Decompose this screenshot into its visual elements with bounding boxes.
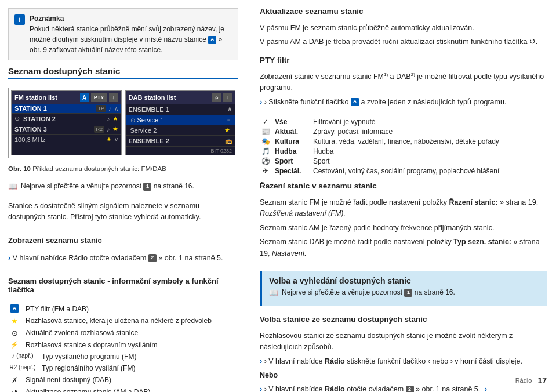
highlight-note-num: 1	[404, 289, 412, 297]
dab-panel-title: DAB station list	[129, 94, 176, 101]
dab-panel-header: DAB station list ⌕ ↓	[126, 91, 235, 104]
fm-station-1-name: STATION 1	[14, 105, 93, 112]
body-text-1: Stanice s dostatečně silným signálem nal…	[8, 201, 238, 227]
pty-row-0: ✓ Vše Filtrování je vypnuté	[260, 118, 547, 126]
fm-panel-title: FM station list	[14, 94, 57, 101]
sorting-title: Řazení stanic v seznamu stanic	[260, 182, 547, 190]
symbol-row-2: ⊙ Aktuálně zvolená rozhlasová stanice	[8, 328, 238, 339]
pty-desc-4: Sport	[313, 157, 547, 165]
fm-station-row-1[interactable]: STATION 1 TP ♪ ∧	[12, 104, 121, 114]
pty-desc-1: Zprávy, počasí, informace	[313, 128, 547, 136]
dab-btn-search[interactable]: ⌕	[212, 93, 221, 102]
dab-ensemble-1-arrow: ∧	[227, 106, 232, 113]
dab-btn-arrow[interactable]: ↓	[223, 93, 232, 102]
highlight-note: 📖 Nejprve si přečtěte a věnujte pozornos…	[269, 288, 540, 299]
figure-caption: Obr. 10 Příklad seznamu dostupných stani…	[8, 164, 238, 173]
symbol-icon-7: ↺	[8, 387, 21, 392]
select-arrow-2: ›	[260, 385, 262, 392]
body-text-2: › V hlavní nabídce Rádio otočte ovladače…	[8, 253, 238, 267]
section-title: Seznam dostupných stanic	[8, 66, 238, 79]
fm-btn-a[interactable]: A	[80, 93, 89, 102]
pty-title: PTY filtr	[260, 56, 547, 64]
dab-service-1-dot: ⊙	[130, 117, 135, 124]
symbol-desc-2: Aktuálně zvolená rozhlasová stanice	[26, 328, 238, 338]
dab-service-1-name: Service 1	[137, 117, 225, 124]
or-text: Nebo	[260, 370, 547, 381]
pty-row-3: 🎵 Hudba Hudba	[260, 147, 547, 155]
select-body: Rozhlasovou stanici ze seznamu dostupnýc…	[260, 331, 547, 392]
symbol-desc-5: Typ regionálního vysílání (FM)	[42, 364, 238, 373]
fm-station-2-star: ★	[112, 115, 118, 122]
symbol-desc-0: PTY filtr (FM a DAB)	[26, 304, 238, 314]
dab-service-1-row[interactable]: ⊙ Service 1 ≡	[126, 115, 235, 125]
body2-num: 2	[148, 254, 157, 262]
pty-name-0: Vše	[275, 118, 310, 126]
info-bold: Poznámka	[30, 14, 64, 23]
dab-service-2-name: Service 2	[130, 127, 223, 134]
subsection-title-2: Seznam dostupných stanic - informační sy…	[8, 277, 238, 294]
fm-header-left: FM station list	[14, 94, 57, 101]
subsection-title-1: Zobrazení seznamu stanic	[8, 236, 238, 245]
pty-icon-0: ✓	[260, 118, 271, 126]
pty-name-4: Sport	[275, 157, 310, 165]
highlight-section: Volba a vyhledání dostupných stanic 📖 Ne…	[260, 271, 547, 306]
fm-freq-arrow-down: ∨	[114, 136, 118, 143]
pty-name-1: Aktuál.	[275, 128, 310, 136]
dab-ensemble-2-name: ENSEMBLE 2	[129, 137, 223, 144]
page-number: 17	[537, 376, 547, 385]
pty-name-3: Hudba	[275, 147, 310, 155]
fm-btn-pty[interactable]: PTY	[91, 93, 107, 102]
pty-icon-4: ⚽	[260, 157, 271, 165]
info-text: Poznámka Pokud některá stanice průběžně …	[30, 13, 232, 55]
fm-panel: FM station list A PTY ↓ STATION 1 TP ♪ ∧	[11, 90, 122, 155]
pty-body: Zobrazení stanic v seznamu stanic FM1) a…	[260, 71, 547, 111]
symbol-icon-3: ⚡	[8, 340, 21, 349]
symbol-icon-0: A	[8, 304, 21, 313]
symbol-icon-6: ✗	[8, 375, 21, 386]
symbol-row-5: R2 (např.) Typ regionálního vysílání (FM…	[8, 364, 238, 373]
pty-desc-2: Kultura, věda, vzdělání, finance, nábože…	[313, 137, 547, 146]
symbols-section: A PTY filtr (FM a DAB) ★ Rozhlasová stan…	[8, 304, 238, 392]
symbol-icon-4: ♪ (např.)	[8, 352, 37, 360]
pty-btn-a: A	[351, 98, 359, 106]
info-btn-a: A	[208, 36, 216, 44]
station-list-display: FM station list A PTY ↓ STATION 1 TP ♪ ∧	[8, 88, 238, 158]
select-title: Volba stanice ze seznamu dostupných stan…	[260, 315, 547, 324]
dab-panel: DAB station list ⌕ ↓ ENSEMBLE 1 ∧ ⊙ Serv…	[125, 90, 236, 155]
dab-ensemble-1-row[interactable]: ENSEMBLE 1 ∧	[126, 104, 235, 115]
sorting-italic-1: Rozšířená nastavení (FM).	[260, 209, 346, 217]
dab-service-2-row[interactable]: Service 2 ★	[126, 125, 235, 136]
symbol-desc-1: Rozhlasová stanice, která je uložena na …	[26, 316, 238, 326]
fm-station-1-arrow: ∧	[114, 106, 118, 112]
pty-row-2: 🎭 Kultura Kultura, věda, vzdělání, finan…	[260, 137, 547, 146]
note-icon: 📖	[8, 182, 17, 193]
note-num-icon: 1	[143, 183, 151, 191]
pty-row-4: ⚽ Sport Sport	[260, 157, 547, 165]
info-icon: i	[14, 13, 25, 55]
symbol-row-3: ⚡ Rozhlasová stanice s dopravním vysílán…	[8, 340, 238, 350]
fm-header-controls: A PTY ↓	[80, 93, 118, 102]
symbol-desc-6: Signál není dostupný (DAB)	[26, 375, 238, 385]
pty-arrow: ›	[260, 98, 262, 106]
symbol-row-1: ★ Rozhlasová stanice, která je uložena n…	[8, 316, 238, 326]
caption-num: Obr. 10	[8, 165, 31, 172]
note-box-1: 📖 Nejprve si přečtěte a věnujte pozornos…	[8, 182, 238, 193]
update-body: V pásmu FM je seznam stanic průběžně aut…	[260, 23, 547, 51]
pty-desc-3: Hudba	[313, 147, 547, 155]
fm-freq-star: ★	[106, 136, 112, 143]
fm-btn-arrow-down[interactable]: ↓	[109, 93, 118, 102]
dab-service-2-star: ★	[224, 126, 230, 134]
dab-ensemble-1-name: ENSEMBLE 1	[129, 106, 226, 113]
pty-icon-1: 📰	[260, 128, 271, 136]
dab-ensemble-2-icon: 📻	[225, 138, 232, 144]
pty-icon-3: 🎵	[260, 147, 271, 155]
dab-ensemble-2-row[interactable]: ENSEMBLE 2 📻	[126, 136, 235, 147]
pty-row-1: 📰 Aktuál. Zprávy, počasí, informace	[260, 128, 547, 136]
dab-header-controls: ⌕ ↓	[212, 93, 232, 102]
fm-station-3-name: STATION 3	[14, 126, 92, 133]
pty-icon-5: ✈	[260, 167, 271, 175]
fm-station-row-3[interactable]: STATION 3 R2 ♪ ★	[12, 124, 121, 135]
symbol-row-7: ↺ Aktualizace seznamu stanic (AM a DAB)	[8, 387, 238, 392]
select-arrow-end: ›	[485, 385, 487, 392]
fm-station-row-2[interactable]: ⊙ STATION 2 ♪ ★	[12, 114, 121, 124]
